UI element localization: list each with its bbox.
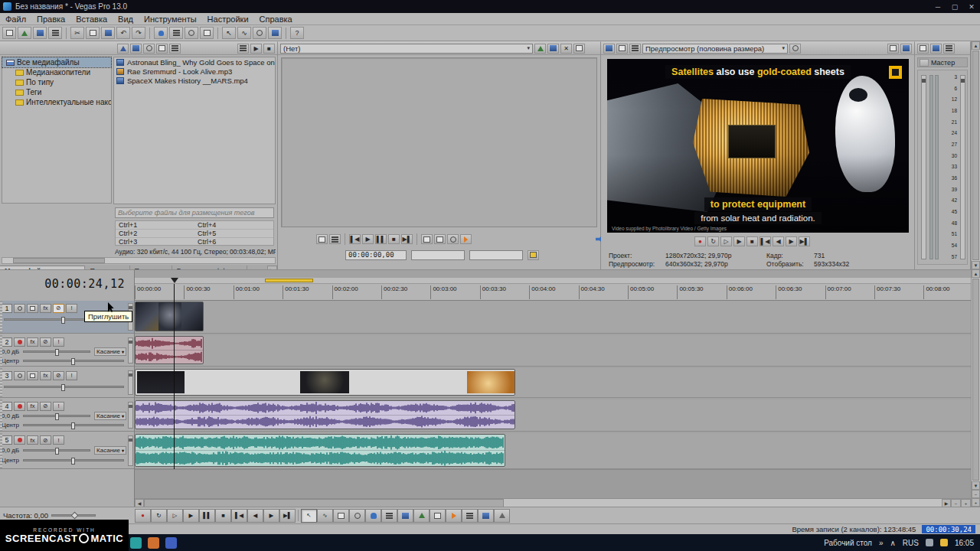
menu-edit[interactable]: Правка	[31, 15, 70, 24]
language-indicator[interactable]: RUS	[903, 539, 919, 547]
media-views-button[interactable]	[237, 44, 249, 54]
trimmer-open-button[interactable]	[534, 44, 546, 54]
taskbar-icon-app-navy[interactable]	[165, 537, 177, 549]
tree-item-by-type[interactable]: По типу	[2, 77, 111, 87]
envelope-edit-tool[interactable]: ∿	[317, 509, 333, 523]
timeline-content[interactable]: 00:00:0000:00:3000:01:0000:01:3000:02:00…	[135, 269, 971, 507]
trimmer-selection-end-field[interactable]	[469, 250, 523, 260]
capture-video-button[interactable]	[130, 44, 142, 54]
trimmer-go-start-button[interactable]: ▌◀	[349, 234, 361, 244]
trimmer-stop-button[interactable]: ■	[388, 234, 400, 244]
menu-options[interactable]: Настройки	[202, 15, 254, 24]
normal-edit-tool[interactable]: ↖	[301, 509, 317, 523]
bypass-motion-blur-icon[interactable]	[14, 371, 25, 380]
track-grip[interactable]	[0, 301, 2, 333]
pan-slider[interactable]	[23, 360, 124, 362]
ignore-grouping-button[interactable]	[200, 27, 214, 39]
mute-icon[interactable]: ⊘	[40, 402, 51, 411]
track-fx-icon[interactable]: fx	[27, 402, 38, 411]
preview-play-button[interactable]: ▶	[733, 236, 745, 246]
record-arm-icon[interactable]	[14, 402, 25, 411]
redo-button[interactable]: ↷	[132, 27, 145, 39]
scroll-down-icon[interactable]: ▼	[972, 481, 980, 490]
track-zoom-in-button[interactable]: +	[972, 498, 980, 507]
insert-marker-button[interactable]	[446, 509, 462, 523]
track-lane-1[interactable]	[135, 301, 971, 334]
new-project-button[interactable]	[2, 27, 16, 39]
track-header-5[interactable]: 5 fx ⊘ ! 0,0 дБ Касание▾ Центр	[0, 433, 134, 469]
workspace-scrollbar[interactable]: ▲ ▼	[971, 41, 980, 269]
menu-insert[interactable]: Вставка	[70, 15, 113, 24]
edit-cursor-head[interactable]	[171, 278, 178, 283]
scroll-up-icon[interactable]: ▲	[972, 269, 980, 278]
trimmer-options-button[interactable]	[528, 250, 539, 260]
snapping-toggle[interactable]	[365, 509, 381, 523]
bypass-motion-blur-icon[interactable]	[14, 304, 25, 313]
grid-snap-toggle[interactable]	[381, 509, 397, 523]
menu-help[interactable]: Справка	[254, 15, 298, 24]
pan-slider[interactable]	[23, 459, 124, 461]
menu-tools[interactable]: Инструменты	[139, 15, 202, 24]
preview-stop-button[interactable]: ■	[746, 236, 758, 246]
preview-mode-dropdown[interactable]: Предпросмотр (половина размера)▾	[642, 44, 788, 54]
insert-fx-button[interactable]	[930, 44, 942, 54]
trimmer-selection-start-field[interactable]	[411, 250, 465, 260]
next-frame-button[interactable]: ▶	[263, 509, 279, 523]
taskbar-icon-app-teal[interactable]	[130, 537, 142, 549]
preview-frame-next-button[interactable]: ▶	[786, 236, 797, 246]
scroll-right-icon[interactable]: ▶	[942, 499, 951, 507]
preview-go-start-button[interactable]: ▌◀	[760, 236, 771, 246]
track-fx-icon[interactable]: fx	[27, 337, 38, 347]
scroll-left-icon[interactable]: ◀	[135, 499, 144, 507]
scroll-down-icon[interactable]: ▼	[972, 261, 980, 269]
copy-button[interactable]	[86, 27, 100, 39]
desktop-toolbar-expand-icon[interactable]: »	[879, 539, 884, 547]
lock-envelopes-button[interactable]	[185, 27, 198, 39]
metronome-button[interactable]	[494, 509, 510, 523]
timeline-horizontal-scrollbar[interactable]: ◀ ▶ − +	[135, 498, 971, 507]
mute-icon[interactable]: ⊘	[53, 371, 64, 380]
extract-audio-button[interactable]	[143, 44, 155, 54]
get-media-web-button[interactable]	[156, 44, 168, 54]
preview-frame-prev-button[interactable]: ◀	[773, 236, 784, 246]
track-header-3[interactable]: 3 fx ⊘ !	[0, 368, 134, 398]
ripple-edit-toggle[interactable]	[397, 509, 413, 523]
scroll-up-icon[interactable]: ▲	[972, 41, 980, 50]
trimmer-go-end-button[interactable]: ▶▌	[401, 234, 413, 244]
trimmer-pause-button[interactable]: ▌▌	[375, 234, 387, 244]
tree-item-all-media[interactable]: Все медиафайлы	[2, 57, 111, 67]
track-lane-3[interactable]	[135, 368, 971, 398]
track-grip[interactable]	[0, 335, 2, 366]
scroll-thumb[interactable]	[972, 51, 979, 260]
whats-this-help-button[interactable]: ?	[290, 27, 304, 39]
record-button[interactable]: ●	[135, 509, 151, 523]
timeline-timecode-display[interactable]: 00:00:24,12	[44, 277, 125, 291]
minimize-button[interactable]: ─	[929, 3, 946, 11]
tree-item-smart-bins[interactable]: Интеллектуальные накопители	[2, 97, 111, 107]
play-from-start-button[interactable]: ▷	[167, 509, 183, 523]
solo-icon[interactable]: !	[66, 304, 77, 313]
zoom-edit-tool[interactable]	[349, 509, 365, 523]
media-file-row[interactable]: SpaceX Makes History __MARS.mp4	[114, 76, 275, 85]
menu-file[interactable]: Файл	[0, 15, 31, 24]
media-horizontal-scrollbar[interactable]	[2, 257, 276, 264]
fit-to-window-button[interactable]	[329, 234, 341, 244]
trimmer-display-area[interactable]	[281, 57, 597, 227]
timeline-ruler[interactable]: 00:00:0000:00:3000:01:0000:01:3000:02:00…	[135, 284, 971, 301]
loop-playback-button[interactable]: ↻	[151, 509, 167, 523]
menu-view[interactable]: Вид	[113, 15, 139, 24]
go-to-start-button[interactable]: ▌◀	[231, 509, 247, 523]
media-file-row[interactable]: Astronaut Bling_ Why Gold Goes to Space …	[114, 57, 275, 67]
trimmer-remove-button[interactable]: ✕	[560, 44, 572, 54]
save-button[interactable]	[33, 27, 47, 39]
zoom-out-button[interactable]: −	[951, 499, 961, 507]
zoom-in-button[interactable]: +	[961, 499, 971, 507]
timeline-empty-area[interactable]	[135, 469, 971, 498]
automation-mode-dropdown[interactable]: Касание▾	[94, 347, 126, 356]
composite-level-slider[interactable]	[4, 386, 124, 388]
master-fader-left[interactable]	[921, 75, 926, 259]
audio-clip-track4[interactable]	[135, 400, 515, 429]
volume-tray-icon[interactable]	[926, 539, 933, 546]
master-bus-header[interactable]: Мастер	[917, 57, 968, 67]
selection-edit-tool[interactable]	[333, 509, 349, 523]
